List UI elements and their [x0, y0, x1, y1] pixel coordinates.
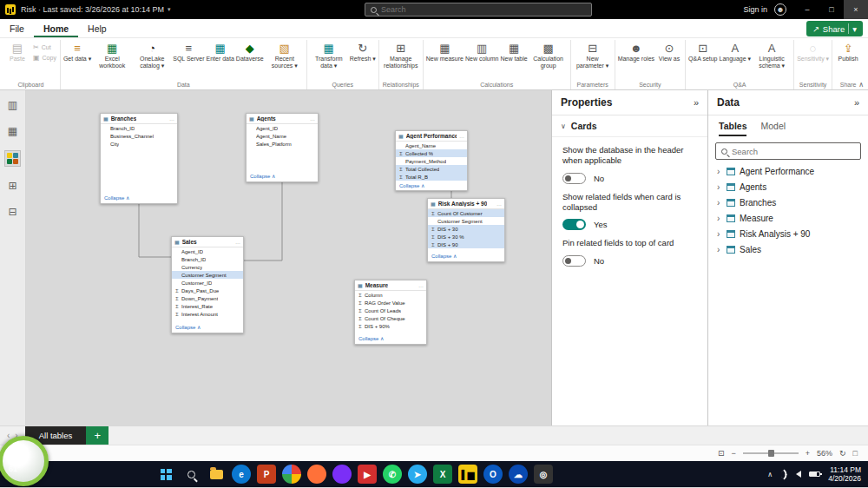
outlook-button[interactable]: O: [483, 465, 503, 484]
minimize-button[interactable]: –: [795, 0, 819, 19]
card-more-icon[interactable]: …: [169, 116, 174, 122]
fit-to-screen-icon[interactable]: ⊡: [718, 449, 725, 458]
table-item-branches[interactable]: › Branches: [708, 195, 868, 210]
close-button[interactable]: ×: [844, 0, 868, 19]
model-canvas[interactable]: ▦ Branches … Branch_ID Business_Channel …: [26, 90, 551, 425]
tab-model[interactable]: Model: [760, 121, 786, 136]
get-data-button[interactable]: ≡ Get data ▾: [62, 40, 92, 63]
table-item-measure[interactable]: › Measure: [708, 210, 868, 226]
tmdl-view-button[interactable]: ⊟: [8, 206, 16, 218]
field-row[interactable]: Sales_Platform: [247, 140, 318, 148]
transform-data-button[interactable]: ▦ Transform data ▾: [309, 40, 349, 69]
field-row[interactable]: Agent_Name: [247, 132, 318, 140]
field-row[interactable]: ΣCount Of Cheque: [355, 314, 426, 322]
title-caret-icon[interactable]: ▾: [168, 6, 171, 13]
collapse-link[interactable]: Collapse ∧: [247, 171, 318, 181]
start-button[interactable]: [156, 465, 175, 484]
new-parameter-button[interactable]: ⊟ New parameter ▾: [573, 40, 613, 69]
zoom-out-button[interactable]: −: [731, 449, 735, 458]
field-row[interactable]: Currency: [172, 263, 243, 271]
table-card-risk-analysis[interactable]: ▦ Risk Analysis + 90 … ΣCount Of Custome…: [427, 198, 505, 262]
chrome-button[interactable]: [282, 465, 301, 484]
table-view-button[interactable]: ▦: [8, 125, 17, 137]
expand-chevron-icon[interactable]: ›: [717, 214, 722, 223]
battery-icon[interactable]: [809, 472, 820, 477]
model-view-button[interactable]: [5, 151, 20, 166]
zoom-slider[interactable]: [743, 452, 799, 454]
whatsapp-button[interactable]: ✆: [383, 465, 402, 484]
field-row[interactable]: ΣDays_Past_Due: [172, 287, 243, 294]
field-row[interactable]: ΣTotal Collected: [396, 165, 467, 173]
tab-file[interactable]: File: [0, 19, 34, 37]
card-header[interactable]: ▦ Branches …: [101, 114, 177, 124]
pin-related-fields-toggle[interactable]: [562, 255, 586, 267]
wifi-icon[interactable]: [779, 469, 790, 480]
add-layout-button[interactable]: +: [86, 426, 108, 445]
edge-browser-button[interactable]: e: [232, 465, 251, 484]
field-row[interactable]: Customer_ID: [172, 279, 243, 287]
table-card-branches[interactable]: ▦ Branches … Branch_ID Business_Channel …: [100, 113, 178, 204]
linguistic-schema-button[interactable]: A Linguistic schema ▾: [752, 40, 792, 69]
dax-query-view-button[interactable]: ⊞: [8, 180, 16, 192]
sign-in-link[interactable]: Sign in: [743, 5, 767, 14]
enter-data-button[interactable]: ▦ Enter data: [206, 40, 235, 63]
dataverse-button[interactable]: ◆ Dataverse: [235, 40, 265, 63]
power-bi-button[interactable]: ▌▆: [458, 465, 477, 484]
sql-server-button[interactable]: ≡ SQL Server: [172, 40, 205, 63]
global-search-input[interactable]: [381, 5, 586, 14]
card-more-icon[interactable]: …: [459, 134, 464, 139]
card-more-icon[interactable]: …: [418, 283, 424, 288]
field-row[interactable]: City: [101, 140, 177, 148]
new-table-button[interactable]: ▦ New table: [499, 40, 528, 63]
field-row[interactable]: ΣDIS + 90: [428, 241, 504, 248]
paste-button[interactable]: ▤ Paste: [3, 40, 31, 63]
share-button[interactable]: ↗ Share ▾: [806, 21, 863, 36]
view-as-button[interactable]: ⊙ View as: [655, 40, 683, 63]
youtube-button[interactable]: ▶: [358, 465, 377, 484]
expand-chevron-icon[interactable]: ›: [717, 182, 722, 192]
field-row[interactable]: Customer Segment: [428, 217, 504, 225]
collapse-data-panel-icon[interactable]: »: [854, 97, 859, 108]
field-row[interactable]: Customer Segment: [172, 271, 243, 279]
show-database-toggle[interactable]: [562, 173, 586, 184]
firefox-button[interactable]: [307, 465, 326, 484]
manage-relationships-button[interactable]: ⊞ Manage relationships: [381, 40, 421, 69]
card-header[interactable]: ▦ Sales …: [172, 237, 243, 247]
taskbar-clock[interactable]: 11:14 PM 4/20/2026: [828, 465, 861, 483]
expand-chevron-icon[interactable]: ›: [717, 167, 722, 176]
report-view-button[interactable]: ▥: [8, 99, 17, 111]
taskbar-search-button[interactable]: [181, 465, 201, 484]
table-card-agents[interactable]: ▦ Agents … Agent_ID Agent_Name Sales_Pla…: [246, 113, 319, 182]
file-explorer-button[interactable]: [207, 465, 226, 484]
viber-button[interactable]: [332, 465, 352, 484]
expand-chevron-icon[interactable]: ›: [717, 245, 722, 254]
collapse-link[interactable]: Collapse ∧: [172, 322, 243, 333]
global-search-box[interactable]: [365, 3, 592, 16]
field-row[interactable]: Payment_Method: [396, 157, 467, 165]
telegram-button[interactable]: ➤: [408, 465, 427, 484]
card-header[interactable]: ▦ Agents …: [247, 114, 318, 124]
table-item-agents[interactable]: › Agents: [708, 179, 868, 195]
field-row[interactable]: ΣDIS + 90%: [355, 322, 426, 330]
field-row[interactable]: ΣCount Of Leads: [355, 307, 426, 314]
collapse-link[interactable]: Collapse ∧: [428, 251, 504, 261]
sensitivity-button[interactable]: ◌ Sensitivity ▾: [796, 40, 830, 63]
new-column-button[interactable]: ▥ New column: [464, 40, 500, 63]
tab-help[interactable]: Help: [78, 19, 116, 37]
card-header[interactable]: ▦ Risk Analysis + 90 …: [428, 199, 504, 209]
tab-tables[interactable]: Tables: [719, 121, 746, 136]
field-row[interactable]: ΣDIS + 30: [428, 225, 504, 233]
card-header[interactable]: ▦ Measure …: [355, 280, 426, 291]
tab-home[interactable]: Home: [34, 19, 78, 37]
card-more-icon[interactable]: …: [496, 201, 502, 207]
expand-chevron-icon[interactable]: ›: [717, 198, 722, 208]
field-row[interactable]: ΣTotal R_B: [396, 173, 467, 181]
zoom-level[interactable]: 56%: [817, 449, 832, 458]
onedrive-button[interactable]: ☁: [509, 465, 528, 484]
collapse-link[interactable]: Collapse ∧: [355, 333, 426, 344]
zoom-in-button[interactable]: +: [806, 449, 810, 458]
language-button[interactable]: A Language ▾: [719, 40, 753, 63]
excel-workbook-button[interactable]: ▦ Excel workbook: [92, 40, 132, 69]
field-row[interactable]: Branch_ID: [172, 255, 243, 263]
show-related-fields-toggle[interactable]: [562, 219, 586, 230]
